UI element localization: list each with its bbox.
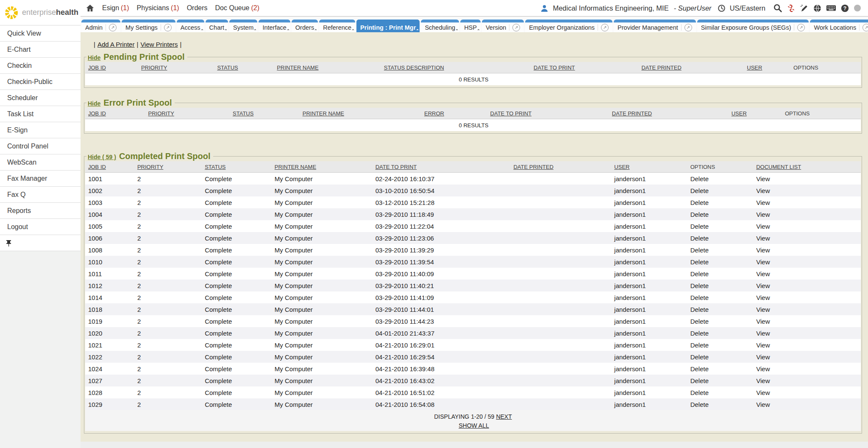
tab-my-settings[interactable]: My Settings↗ xyxy=(122,20,175,32)
view-link[interactable]: View xyxy=(756,377,770,384)
col-header-status[interactable]: STATUS xyxy=(233,110,253,117)
broken-link-icon[interactable] xyxy=(787,4,796,13)
col-header-date-printed[interactable]: DATE PRINTED xyxy=(641,64,681,71)
delete-link[interactable]: Delete xyxy=(690,294,709,301)
col-header-status-description[interactable]: STATUS DESCRIPTION xyxy=(384,64,444,71)
sidebar-item-task-list[interactable]: Task List xyxy=(0,106,81,122)
delete-link[interactable]: Delete xyxy=(690,187,709,194)
sidebar-item-e-chart[interactable]: E-Chart xyxy=(0,42,81,58)
view-link[interactable]: View xyxy=(756,199,770,206)
view-printers-link[interactable]: View Printers xyxy=(140,41,178,48)
delete-link[interactable]: Delete xyxy=(690,342,709,349)
sidebar-item-fax-q[interactable]: Fax Q xyxy=(0,187,81,203)
delete-link[interactable]: Delete xyxy=(690,306,709,313)
col-header-date-to-print[interactable]: DATE TO PRINT xyxy=(534,64,575,71)
delete-link[interactable]: Delete xyxy=(690,175,709,182)
tab-similar-exposure-groups-segs[interactable]: Similar Exposure Groups (SEGs)↗ xyxy=(697,20,809,32)
error-hide-link[interactable]: Hide xyxy=(88,100,100,107)
col-header-date-printed[interactable]: DATE PRINTED xyxy=(612,110,652,117)
col-header-priority[interactable]: PRIORITY xyxy=(137,164,163,170)
sidebar-item-checkin[interactable]: Checkin xyxy=(0,58,81,74)
view-link[interactable]: View xyxy=(756,246,770,254)
sidebar-item-quick-view[interactable]: Quick View xyxy=(0,25,81,42)
col-header-status[interactable]: STATUS xyxy=(205,164,225,170)
delete-link[interactable]: Delete xyxy=(690,389,709,396)
keyboard-icon[interactable] xyxy=(826,4,836,12)
view-link[interactable]: View xyxy=(756,342,770,349)
tab-system[interactable]: System xyxy=(229,20,257,32)
col-header-printer-name[interactable]: PRINTER NAME xyxy=(277,64,318,71)
sidebar-item-logout[interactable]: Logout xyxy=(0,219,81,235)
view-link[interactable]: View xyxy=(756,235,770,242)
external-link-icon[interactable]: ↗ xyxy=(601,24,609,31)
view-link[interactable]: View xyxy=(756,306,770,313)
delete-link[interactable]: Delete xyxy=(690,377,709,384)
delete-link[interactable]: Delete xyxy=(690,353,709,361)
view-link[interactable]: View xyxy=(756,211,770,218)
col-header-status[interactable]: STATUS xyxy=(217,64,238,71)
sidebar-item-webscan[interactable]: WebScan xyxy=(0,154,81,171)
delete-link[interactable]: Delete xyxy=(690,199,709,206)
tab-scheduling[interactable]: Scheduling xyxy=(421,20,459,32)
view-link[interactable]: View xyxy=(756,353,770,361)
col-header-job-id[interactable]: JOB ID xyxy=(88,64,106,71)
tab-work-locations[interactable]: Work Locations↗ xyxy=(810,20,868,32)
tab-hsp[interactable]: HSP xyxy=(460,20,481,32)
delete-link[interactable]: Delete xyxy=(690,258,709,266)
help-icon[interactable]: ? xyxy=(840,4,849,13)
external-link-icon[interactable]: ↗ xyxy=(862,24,868,31)
col-header-printer-name[interactable]: PRINTER NAME xyxy=(303,110,344,117)
external-link-icon[interactable]: ↗ xyxy=(164,24,172,31)
view-link[interactable]: View xyxy=(756,401,770,408)
delete-link[interactable]: Delete xyxy=(690,235,709,242)
next-link[interactable]: NEXT xyxy=(496,413,512,420)
add-printer-link[interactable]: Add A Printer xyxy=(97,41,135,48)
view-link[interactable]: View xyxy=(756,282,770,289)
globe-icon[interactable] xyxy=(813,4,822,13)
completed-hide-link[interactable]: Hide ( 59 ) xyxy=(88,154,116,160)
tab-reference[interactable]: Reference xyxy=(319,20,355,32)
delete-link[interactable]: Delete xyxy=(690,365,709,372)
delete-link[interactable]: Delete xyxy=(690,318,709,325)
tab-chart[interactable]: Chart xyxy=(206,20,228,32)
col-header-user[interactable]: USER xyxy=(732,110,747,117)
tab-version[interactable]: Version↗ xyxy=(482,20,524,32)
delete-link[interactable]: Delete xyxy=(690,270,709,277)
tab-printing-print-mgr[interactable]: Printing : Print Mgr xyxy=(356,20,420,32)
view-link[interactable]: View xyxy=(756,175,770,182)
view-link[interactable]: View xyxy=(756,389,770,396)
sidebar-item-e-sign[interactable]: E-Sign xyxy=(0,122,81,138)
sidebar-pin-button[interactable] xyxy=(0,235,81,251)
delete-link[interactable]: Delete xyxy=(690,282,709,289)
view-link[interactable]: View xyxy=(756,223,770,230)
external-link-icon[interactable]: ↗ xyxy=(109,24,117,31)
sidebar-item-checkin-public[interactable]: Checkin-Public xyxy=(0,74,81,90)
col-header-error[interactable]: ERROR xyxy=(424,110,444,117)
tab-orders[interactable]: Orders xyxy=(292,20,318,32)
delete-link[interactable]: Delete xyxy=(690,401,709,408)
tab-interface[interactable]: Interface xyxy=(259,20,290,32)
col-header-job-id[interactable]: JOB ID xyxy=(88,164,106,170)
col-header-date-to-print[interactable]: DATE TO PRINT xyxy=(490,110,532,117)
view-link[interactable]: View xyxy=(756,187,770,194)
search-icon[interactable] xyxy=(773,3,782,13)
sidebar-item-fax-manager[interactable]: Fax Manager xyxy=(0,171,81,187)
col-header-date-printed[interactable]: DATE PRINTED xyxy=(513,164,553,170)
external-link-icon[interactable]: ↗ xyxy=(512,24,520,31)
home-icon[interactable] xyxy=(86,4,95,12)
delete-link[interactable]: Delete xyxy=(690,246,709,254)
nav-orders[interactable]: Orders xyxy=(187,4,208,12)
nav-physicians[interactable]: Physicians(1) xyxy=(137,4,179,12)
pending-hide-link[interactable]: Hide xyxy=(88,54,100,61)
col-header-document-list[interactable]: DOCUMENT LIST xyxy=(756,164,801,170)
view-link[interactable]: View xyxy=(756,294,770,301)
tab-employer-organizations[interactable]: Employer Organizations↗ xyxy=(525,20,612,32)
col-header-user[interactable]: USER xyxy=(614,164,629,170)
delete-link[interactable]: Delete xyxy=(690,330,709,337)
col-header-job-id[interactable]: JOB ID xyxy=(88,110,106,117)
tab-admin[interactable]: Admin↗ xyxy=(81,20,120,32)
sidebar-item-control-panel[interactable]: Control Panel xyxy=(0,138,81,154)
show-all-link[interactable]: SHOW ALL xyxy=(459,422,489,429)
sidebar-item-reports[interactable]: Reports xyxy=(0,203,81,219)
external-link-icon[interactable]: ↗ xyxy=(684,24,692,31)
